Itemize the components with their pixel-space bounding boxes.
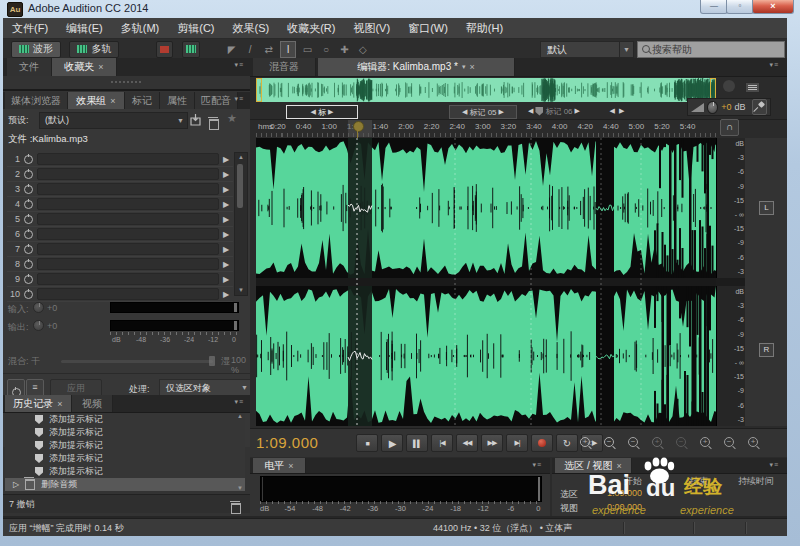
- panel-options-icon[interactable]: [745, 82, 760, 93]
- heal-tool-icon[interactable]: ◇: [356, 41, 370, 58]
- power-icon[interactable]: [24, 215, 33, 224]
- record-button[interactable]: [531, 434, 553, 452]
- tab-历史记录[interactable]: 历史记录×: [5, 395, 72, 412]
- view-start-value[interactable]: 0:00.000: [592, 502, 642, 512]
- go-to-start-button[interactable]: |◀: [431, 434, 453, 452]
- panel-menu-icon[interactable]: ▾≡: [234, 95, 244, 103]
- favorite-star-icon[interactable]: ★: [227, 112, 237, 125]
- history-scrollbar[interactable]: ▲ ▼: [235, 413, 245, 491]
- marker-2[interactable]: ◀标记 05▶: [449, 105, 517, 119]
- record-tool-button[interactable]: [156, 41, 173, 58]
- slot-arrow-icon[interactable]: ▶: [223, 170, 233, 179]
- tab-属性[interactable]: 属性: [160, 92, 195, 109]
- scroll-up-icon[interactable]: ▲: [235, 413, 245, 419]
- time-selection-tool-icon[interactable]: I: [280, 41, 296, 58]
- bracket-left-icon[interactable]: ◀: [528, 107, 533, 115]
- power-icon[interactable]: [24, 170, 33, 179]
- tab-媒体浏览器[interactable]: 媒体浏览器: [5, 92, 68, 109]
- bracket-right-icon[interactable]: ▶: [499, 108, 504, 116]
- close-icon[interactable]: ×: [110, 96, 115, 106]
- effect-slot[interactable]: [37, 273, 219, 285]
- panel-grip[interactable]: [111, 81, 141, 83]
- menu-item-4[interactable]: 效果(S): [224, 18, 279, 38]
- input-gain-knob[interactable]: [33, 302, 44, 313]
- slot-arrow-icon[interactable]: ▶: [223, 275, 233, 284]
- panel-menu-icon[interactable]: ▾≡: [234, 61, 244, 69]
- save-preset-icon[interactable]: [189, 113, 202, 126]
- output-gain-knob[interactable]: [33, 320, 44, 331]
- history-item[interactable]: 添加提示标记: [5, 465, 245, 478]
- title-bar[interactable]: Au Adobe Audition CC 2014 — ▫ ×: [0, 0, 800, 18]
- panel-menu-icon[interactable]: ▾≡: [532, 461, 542, 469]
- effect-slot[interactable]: [37, 243, 219, 255]
- selection-start-value[interactable]: 1:09.000: [592, 488, 642, 498]
- tab-效果组[interactable]: 效果组×: [68, 92, 125, 109]
- slot-arrow-icon[interactable]: ▶: [223, 200, 233, 209]
- mix-slider-thumb[interactable]: [209, 356, 215, 366]
- menu-item-3[interactable]: 剪辑(C): [168, 18, 223, 38]
- slot-arrow-icon[interactable]: ▶: [223, 245, 233, 254]
- zoom-selection-icon[interactable]: −: [628, 437, 638, 447]
- maximize-button[interactable]: ▫: [726, 0, 754, 14]
- bracket-left-icon[interactable]: ◀: [462, 108, 467, 116]
- effect-slot[interactable]: [37, 153, 219, 165]
- close-icon[interactable]: ×: [469, 62, 474, 72]
- marquee-tool-icon[interactable]: ▭: [301, 41, 315, 58]
- chevron-down-icon[interactable]: ▾: [462, 63, 466, 71]
- bracket-left-icon[interactable]: ◀: [610, 107, 615, 115]
- playhead-handle[interactable]: [353, 121, 364, 132]
- scroll-down-icon[interactable]: ▼: [235, 286, 247, 295]
- slot-arrow-icon[interactable]: ▶: [223, 230, 233, 239]
- effect-slot[interactable]: [37, 213, 219, 225]
- loop-playback-button[interactable]: ↻: [556, 434, 578, 452]
- power-icon[interactable]: [24, 275, 33, 284]
- scroll-up-icon[interactable]: ▲: [235, 153, 247, 162]
- marker-3[interactable]: ◀标记 06▶: [522, 105, 586, 117]
- effects-scrollbar[interactable]: ▲ ▼: [234, 152, 248, 296]
- marker-1[interactable]: ◀标▶: [286, 105, 358, 119]
- panel-menu-icon[interactable]: ▾≡: [234, 398, 244, 406]
- slot-arrow-icon[interactable]: ▶: [223, 185, 233, 194]
- playback-time-display[interactable]: 1:09.000: [256, 434, 318, 451]
- tab-selection-view[interactable]: 选区 / 视图×: [555, 458, 632, 473]
- bracket-right-icon[interactable]: ▶: [575, 107, 580, 115]
- overview-strip[interactable]: [256, 78, 716, 102]
- power-icon[interactable]: [24, 230, 33, 239]
- stop-button[interactable]: ■: [356, 434, 378, 452]
- zoom-out-icon[interactable]: −: [604, 437, 614, 447]
- tab-editor[interactable]: 编辑器: Kalimba.mp3 * ▾ ×: [318, 58, 515, 76]
- rewind-button[interactable]: ◀◀: [456, 434, 478, 452]
- slot-arrow-icon[interactable]: ▶: [223, 260, 233, 269]
- history-item[interactable]: ▷删除音频: [5, 478, 245, 491]
- menu-item-6[interactable]: 视图(V): [344, 18, 399, 38]
- slot-arrow-icon[interactable]: ▶: [223, 290, 233, 299]
- minimize-button[interactable]: —: [700, 0, 728, 14]
- power-icon[interactable]: [24, 245, 33, 254]
- zoom-in-amplitude-icon[interactable]: +: [700, 437, 710, 447]
- panel-menu-icon[interactable]: ▾≡: [769, 61, 779, 69]
- effect-slot[interactable]: [37, 258, 219, 270]
- headphone-icon[interactable]: ∩: [720, 119, 739, 136]
- volume-knob[interactable]: [707, 101, 718, 114]
- close-icon[interactable]: ×: [98, 62, 103, 72]
- menu-item-7[interactable]: 窗口(W): [399, 18, 457, 38]
- power-icon[interactable]: [24, 200, 33, 209]
- go-to-end-button[interactable]: ▶|: [506, 434, 528, 452]
- pin-button[interactable]: [752, 99, 767, 115]
- search-help-input[interactable]: 搜索帮助: [637, 41, 785, 58]
- effect-slot[interactable]: [37, 168, 219, 180]
- preset-dropdown[interactable]: (默认) ▼: [39, 112, 188, 129]
- brush-tool-icon[interactable]: ✚: [337, 41, 351, 58]
- tab-标记[interactable]: 标记: [125, 92, 160, 109]
- tab-mixer[interactable]: 混音器: [253, 58, 316, 76]
- left-channel-badge[interactable]: L: [759, 201, 774, 215]
- zoom-out-amplitude-icon[interactable]: −: [724, 437, 734, 447]
- time-ruler[interactable]: hms0:200:401:001:201:402:002:202:403:003…: [256, 120, 716, 137]
- slot-arrow-icon[interactable]: ▶: [223, 215, 233, 224]
- effect-slot[interactable]: [37, 198, 219, 210]
- slip-tool-icon[interactable]: ⇄: [262, 41, 276, 58]
- bracket-right-icon[interactable]: ▶: [328, 108, 333, 116]
- history-item[interactable]: 添加提示标记: [5, 426, 245, 439]
- effect-slot[interactable]: [37, 288, 219, 300]
- zoom-reset-amplitude-icon[interactable]: +: [748, 437, 758, 447]
